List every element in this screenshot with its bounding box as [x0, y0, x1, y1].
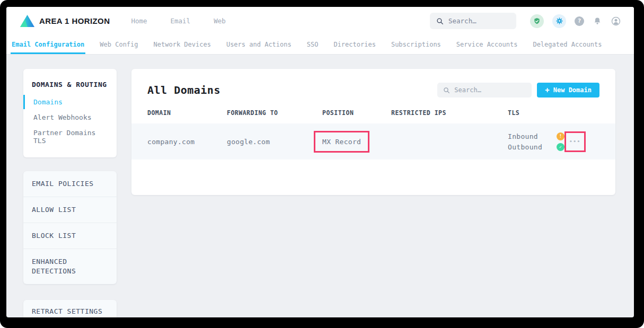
sidebar-section-enhanced-detections[interactable]: ENHANCED DETECTIONS	[23, 249, 92, 284]
notifications-bell-icon[interactable]	[593, 16, 602, 26]
sidebar-section-block-list[interactable]: BLOCK LIST	[23, 223, 117, 249]
tab-email-configuration[interactable]: Email Configuration	[11, 35, 85, 54]
policies-card: EMAIL POLICIES ALLOW LIST BLOCK LIST ENH…	[23, 171, 117, 284]
all-domains-header: All Domains + New Domain	[131, 69, 615, 109]
top-navbar: AREA 1 HORIZON Home Email Web	[6, 7, 634, 35]
row-actions-menu-button[interactable]: •••	[569, 139, 581, 144]
warning-status-icon: !	[557, 132, 564, 140]
domain-search-input[interactable]	[454, 86, 526, 94]
tab-directories[interactable]: Directories	[332, 35, 376, 54]
retract-settings-card[interactable]: RETRACT SETTINGS	[23, 300, 117, 317]
sidebar-item-partner-domains-tls[interactable]: Partner Domains TLS	[23, 126, 117, 148]
new-domain-label: New Domain	[553, 86, 592, 94]
search-icon	[436, 17, 444, 25]
domains-routing-card: DOMAINS & ROUTING Domains Alert Webhooks…	[23, 69, 117, 157]
sidebar-section-email-policies[interactable]: EMAIL POLICIES	[23, 171, 117, 197]
col-header-forwarding-to: FORWARDING TO	[227, 109, 322, 117]
sidebar-item-alert-webhooks[interactable]: Alert Webhooks	[23, 110, 117, 125]
cell-domain: company.com	[147, 138, 227, 146]
tab-users-and-actions[interactable]: Users and Actions	[225, 35, 293, 54]
nav-link-email[interactable]: Email	[171, 17, 191, 25]
nav-link-home[interactable]: Home	[131, 17, 147, 25]
settings-gear-icon[interactable]	[552, 14, 566, 28]
brand-name: AREA 1 HORIZON	[39, 16, 110, 25]
nav-link-web[interactable]: Web	[214, 17, 226, 25]
cell-actions: •••	[564, 131, 602, 152]
sidebar-item-domains[interactable]: Domains	[23, 95, 117, 109]
tls-outbound: Outbound ✓	[508, 143, 564, 151]
shield-check-icon[interactable]	[530, 14, 544, 28]
brand-logo[interactable]: AREA 1 HORIZON	[20, 15, 110, 27]
tab-sso[interactable]: SSO	[306, 35, 320, 54]
position-value: MX Record	[322, 138, 361, 146]
annotation-box-actions: •••	[564, 131, 586, 152]
tab-subscriptions[interactable]: Subscriptions	[390, 35, 442, 54]
navbar-icons: ?	[530, 14, 621, 28]
tab-network-devices[interactable]: Network Devices	[153, 35, 212, 54]
sidebar-section-allow-list[interactable]: ALLOW LIST	[23, 197, 117, 223]
col-header-domain: DOMAIN	[147, 109, 227, 117]
primary-nav: Home Email Web	[131, 17, 225, 25]
new-domain-button[interactable]: + New Domain	[537, 83, 599, 97]
search-icon	[443, 87, 450, 94]
plus-icon: +	[545, 86, 549, 94]
tab-web-config[interactable]: Web Config	[99, 35, 139, 54]
tab-delegated-accounts[interactable]: Delegated Accounts	[532, 35, 603, 54]
cell-position: MX Record	[322, 131, 391, 153]
tab-service-accounts[interactable]: Service Accounts	[455, 35, 519, 54]
global-search-input[interactable]	[448, 17, 510, 25]
col-header-restricted-ips: RESTRICTED IPS	[391, 109, 508, 117]
table-header-row: DOMAIN FORWARDING TO POSITION RESTRICTED…	[131, 109, 615, 123]
domains-routing-heading: DOMAINS & ROUTING	[23, 76, 117, 95]
tls-inbound-label: Inbound	[508, 132, 557, 140]
area1-triangle-icon	[20, 15, 34, 27]
help-icon[interactable]: ?	[575, 16, 584, 26]
screenshot-frame: AREA 1 HORIZON Home Email Web	[0, 0, 644, 328]
page-title: All Domains	[147, 84, 220, 96]
global-search[interactable]	[430, 13, 516, 29]
table-row: company.com google.com MX Record Inbound…	[131, 123, 615, 159]
all-domains-card: All Domains + New Domain	[131, 69, 615, 195]
card-footer-spacer	[131, 159, 615, 191]
config-tabbar: Email Configuration Web Config Network D…	[6, 35, 634, 55]
tls-inbound: Inbound !	[508, 132, 564, 140]
sidebar: DOMAINS & ROUTING Domains Alert Webhooks…	[23, 69, 117, 317]
col-header-position: POSITION	[322, 109, 391, 117]
domain-search[interactable]	[437, 83, 532, 97]
col-header-tls: TLS	[508, 109, 562, 117]
check-status-icon: ✓	[557, 143, 564, 151]
annotation-box-position: MX Record	[314, 131, 369, 153]
cell-forwarding-to: google.com	[227, 138, 322, 146]
account-avatar-icon[interactable]	[611, 16, 621, 26]
page-content: DOMAINS & ROUTING Domains Alert Webhooks…	[6, 55, 634, 317]
tls-outbound-label: Outbound	[508, 143, 557, 151]
cell-tls: Inbound ! Outbound ✓	[508, 132, 564, 151]
app-window: AREA 1 HORIZON Home Email Web	[6, 7, 634, 317]
